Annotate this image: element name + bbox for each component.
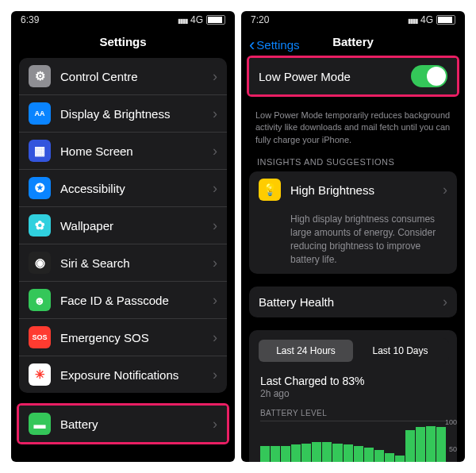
low-power-description: Low Power Mode temporarily reduces backg… <box>241 110 465 154</box>
row-label: Exposure Notifications <box>60 368 213 382</box>
row-label: Siri & Search <box>60 256 213 270</box>
bar <box>271 446 280 462</box>
row-label: Wallpaper <box>60 219 213 233</box>
chevron-right-icon: › <box>213 68 217 85</box>
bar <box>260 446 270 462</box>
seg-10d[interactable]: Last 10 Days <box>353 340 447 362</box>
network-label: 4G <box>190 14 203 25</box>
row-icon: ▦ <box>29 140 51 162</box>
bar <box>426 426 436 462</box>
page-title: Battery <box>332 35 374 48</box>
chevron-right-icon: › <box>213 180 217 197</box>
bar <box>385 453 394 462</box>
row-icon: SOS <box>29 326 51 348</box>
status-bar: 7:20 4G <box>241 11 465 29</box>
row-icon: ✿ <box>29 214 51 236</box>
chevron-right-icon: › <box>213 416 217 433</box>
settings-row[interactable]: SOSEmergency SOS› <box>19 319 227 356</box>
bar <box>291 444 301 462</box>
chevron-right-icon: › <box>213 255 217 271</box>
battery-level-chart: 100% 50% <box>260 421 446 462</box>
battery-health-row[interactable]: Battery Health › <box>249 286 457 317</box>
last-charged-title: Last Charged to 83% <box>260 375 446 387</box>
row-label: High Brightness <box>290 183 443 197</box>
last-charged-sub: 2h ago <box>260 388 446 399</box>
bar <box>301 444 311 462</box>
bar <box>364 448 374 462</box>
row-label: Display & Brightness <box>60 107 213 121</box>
signal-icon <box>178 14 187 25</box>
settings-row[interactable]: ☻Face ID & Passcode› <box>19 282 227 319</box>
settings-row-battery[interactable]: ▬ Battery › <box>19 406 227 442</box>
network-label: 4G <box>420 14 433 25</box>
signal-icon <box>408 14 417 25</box>
row-label: Accessibility <box>60 182 213 195</box>
row-icon: ☻ <box>29 289 51 311</box>
bar <box>312 442 321 462</box>
settings-row[interactable]: ◉Siri & Search› <box>19 244 227 282</box>
bar <box>395 456 405 462</box>
bar <box>332 444 342 462</box>
battery-level-label: BATTERY LEVEL <box>260 409 446 417</box>
row-icon: ⚙ <box>29 65 51 87</box>
row-label: Low Power Mode <box>259 70 411 83</box>
high-brightness-desc: High display brightness consumes large a… <box>249 208 457 274</box>
pct-50: 50% <box>449 445 457 453</box>
status-bar: 6:39 4G <box>11 11 235 29</box>
chevron-right-icon: › <box>213 217 217 234</box>
page-title: Settings <box>11 29 235 58</box>
battery-screen: 7:20 4G Settings Battery Low Power Mode … <box>241 11 465 462</box>
lightbulb-icon: 💡 <box>259 179 281 201</box>
battery-icon: ▬ <box>29 413 51 435</box>
clock: 7:20 <box>251 14 269 25</box>
chevron-right-icon: › <box>213 292 217 309</box>
chevron-right-icon: › <box>213 367 217 383</box>
battery-icon <box>436 15 455 25</box>
settings-row[interactable]: ✪Accessibility› <box>19 170 227 207</box>
row-label: Face ID & Passcode <box>60 294 213 307</box>
chevron-right-icon: › <box>213 106 217 122</box>
row-icon: ✳ <box>29 363 51 386</box>
settings-row[interactable]: AADisplay & Brightness› <box>19 95 227 133</box>
row-icon: AA <box>29 102 51 125</box>
bar <box>354 446 363 462</box>
battery-icon <box>206 15 225 25</box>
chevron-right-icon: › <box>443 182 447 198</box>
clock: 6:39 <box>21 14 39 25</box>
row-icon: ✪ <box>29 177 51 199</box>
settings-screen: 6:39 4G Settings ⚙Control Centre›AADispl… <box>11 11 235 462</box>
back-button[interactable]: Settings <box>249 35 300 56</box>
row-label: Battery Health <box>259 295 443 309</box>
bar <box>322 442 332 462</box>
low-power-highlight: Low Power Mode <box>247 56 459 97</box>
settings-row[interactable]: ⚙Control Centre› <box>19 58 227 95</box>
bar <box>344 444 353 462</box>
bar <box>416 427 425 462</box>
settings-row[interactable]: ✿Wallpaper› <box>19 207 227 244</box>
row-label: Battery <box>60 417 213 431</box>
row-icon: ◉ <box>29 252 51 274</box>
row-label: Control Centre <box>60 70 213 83</box>
chevron-right-icon: › <box>443 294 447 310</box>
settings-row[interactable]: ✳Exposure Notifications› <box>19 356 227 393</box>
low-power-toggle[interactable] <box>411 65 447 87</box>
time-range-segment: Last 24 Hours Last 10 Days <box>257 338 449 363</box>
low-power-mode-row[interactable]: Low Power Mode <box>249 58 457 94</box>
bar <box>405 430 415 462</box>
seg-24h[interactable]: Last 24 Hours <box>259 340 353 362</box>
insights-header: INSIGHTS AND SUGGESTIONS <box>241 154 465 171</box>
chevron-right-icon: › <box>213 329 217 346</box>
bar <box>436 427 446 462</box>
bar <box>374 450 384 462</box>
chevron-right-icon: › <box>213 143 217 160</box>
high-brightness-row[interactable]: 💡 High Brightness › <box>249 171 457 208</box>
settings-row[interactable]: ▦Home Screen› <box>19 133 227 170</box>
row-label: Home Screen <box>60 144 213 158</box>
bar <box>281 446 290 462</box>
pct-100: 100% <box>445 418 457 426</box>
battery-row-highlight: ▬ Battery › <box>17 403 229 444</box>
row-label: Emergency SOS <box>60 331 213 344</box>
